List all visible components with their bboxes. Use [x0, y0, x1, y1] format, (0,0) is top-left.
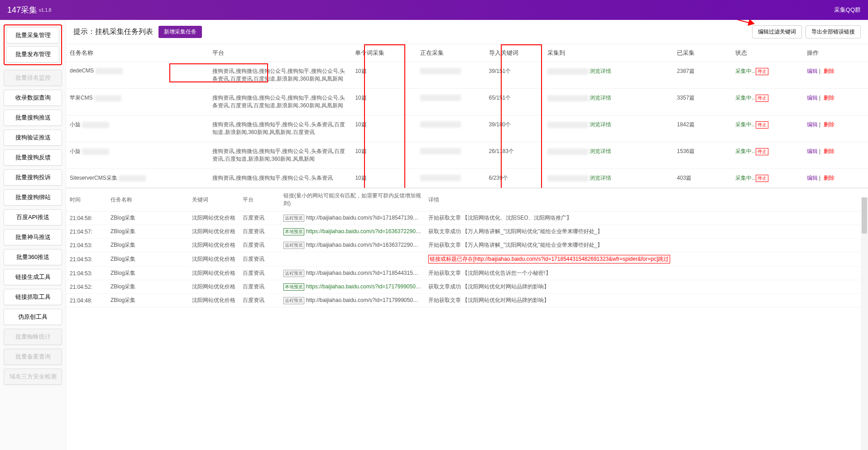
detail-link[interactable]: 浏览详情 [590, 68, 611, 74]
stop-button[interactable]: 停止 [756, 95, 768, 102]
sidebar-item-11[interactable]: 链接抓取工具 [4, 289, 62, 305]
edit-button[interactable]: 编辑 [807, 95, 818, 101]
task-row: 苹果CMS 搜狗资讯,搜狗微信,搜狗公众号,搜狗知乎,搜狗公众号,头条资讯,百度… [66, 89, 868, 115]
log-keyword: 沈阳网站优化价格 [188, 294, 239, 307]
sidebar-item-6[interactable]: 批量搜狗绑站 [4, 189, 62, 206]
delete-button[interactable]: 删除 [824, 121, 834, 128]
filter-keywords-button[interactable]: 编辑过滤关键词 [752, 25, 802, 38]
log-task: ZBlog采集 [107, 239, 188, 252]
sidebar-item-collect-manage[interactable]: 批量采集管理 [6, 27, 59, 43]
detail-link[interactable]: 浏览详情 [590, 148, 611, 154]
task-single: 10篇 [351, 89, 416, 115]
remote-tag[interactable]: 远程预览 [283, 242, 304, 249]
task-single: 10篇 [351, 142, 416, 169]
task-collected: 1536篇 [673, 142, 732, 169]
log-scrollbar[interactable] [861, 197, 868, 450]
task-header-5: 采集到 [544, 44, 674, 62]
log-keyword: 沈阳网站优化价格 [188, 211, 239, 225]
log-time: 21:04:58: [66, 211, 107, 225]
task-collected: 1842篇 [673, 115, 732, 142]
stop-button[interactable]: 停止 [756, 175, 768, 182]
edit-button[interactable]: 编辑 [807, 68, 818, 74]
delete-button[interactable]: 删除 [824, 95, 834, 101]
remote-tag[interactable]: 远程预览 [283, 270, 304, 277]
task-row: 小旋 搜狗资讯,搜狗微信,搜狗知乎,搜狗公众号,头条资讯,百度资讯,百度知道,新… [66, 142, 868, 169]
log-link [280, 252, 425, 267]
task-name: SiteserverCMS采集 [66, 169, 209, 188]
delete-button[interactable]: 删除 [824, 175, 834, 181]
sidebar-item-10[interactable]: 链接生成工具 [4, 269, 62, 285]
sidebar-item-15: 域名三方安全检测 [4, 369, 62, 385]
log-header-2: 关键词 [188, 188, 239, 211]
task-target: 浏览详情 [544, 62, 674, 89]
log-time: 21:04:53: [66, 252, 107, 267]
log-task: ZBlog采集 [107, 211, 188, 225]
local-tag[interactable]: 本地预览 [283, 283, 304, 291]
task-header-8: 操作 [803, 44, 868, 62]
task-collected: 2387篇 [673, 62, 732, 89]
log-row: 21:04:48:ZBlog采集沈阳网站优化价格百度资讯远程预览http://b… [66, 294, 868, 307]
sidebar-item-9[interactable]: 批量360推送 [4, 249, 62, 265]
task-status: 采集中..停止 [732, 89, 803, 115]
sidebar-item-1[interactable]: 收录数据查询 [4, 90, 62, 106]
log-platform: 百度资讯 [239, 211, 280, 225]
edit-button[interactable]: 编辑 [807, 121, 818, 128]
sidebar-item-13: 批量蜘蛛统计 [4, 329, 62, 345]
sidebar-item-publish-manage[interactable]: 批量发布管理 [6, 46, 59, 62]
task-platform: 搜狗资讯,搜狗微信,搜狗公众号,搜狗知乎,搜狗公众号,头条资讯,百度资讯,百度知… [209, 62, 351, 89]
log-detail: 开始获取文章 【沈阳网络优化、沈阳SEO、沈阳网络推广】 [425, 211, 868, 225]
log-table: 时间任务名称关键词平台链接(量小的网站可能没有匹配，如需要可群内反馈增加规则)详… [66, 188, 868, 307]
task-actions: 编辑 | 删除 [803, 169, 868, 188]
sidebar-item-2[interactable]: 批量搜狗推送 [4, 110, 62, 126]
log-keyword: 沈阳网站优化价格 [188, 225, 239, 239]
stop-button[interactable]: 停止 [756, 148, 768, 155]
sidebar-item-12[interactable]: 伪原创工具 [4, 309, 62, 325]
app-title: 147采集 [7, 5, 37, 15]
stop-button[interactable]: 停止 [756, 68, 768, 75]
qq-group-link[interactable]: 采集QQ群 [834, 6, 861, 14]
task-single: 10篇 [351, 115, 416, 142]
stop-button[interactable]: 停止 [756, 121, 768, 129]
log-panel: 时间任务名称关键词平台链接(量小的网站可能没有匹配，如需要可群内反馈增加规则)详… [66, 188, 868, 450]
edit-button[interactable]: 编辑 [807, 148, 818, 154]
task-target: 浏览详情 [544, 89, 674, 115]
sidebar-item-5[interactable]: 批量搜狗投诉 [4, 169, 62, 186]
delete-button[interactable]: 删除 [824, 148, 834, 154]
task-name: 小旋 [66, 115, 209, 142]
delete-button[interactable]: 删除 [824, 68, 834, 74]
task-collected: 3357篇 [673, 89, 732, 115]
log-task: ZBlog采集 [107, 294, 188, 307]
log-task: ZBlog采集 [107, 267, 188, 280]
export-errors-button[interactable]: 导出全部错误链接 [806, 25, 861, 38]
sidebar-item-14: 批量备案查询 [4, 349, 62, 365]
remote-tag[interactable]: 远程预览 [283, 215, 304, 222]
log-time: 21:04:48: [66, 294, 107, 307]
task-header-1: 平台 [209, 44, 351, 62]
sidebar-highlight-box: 批量采集管理 批量发布管理 [4, 24, 62, 65]
app-header: 147采集 v1.1.8 采集QQ群 [0, 0, 868, 20]
log-link: 远程预览http://baijiahao.baidu.com/s?id=1717… [280, 294, 425, 307]
detail-link[interactable]: 浏览详情 [590, 175, 611, 181]
log-row: 21:04:52:ZBlog采集沈阳网站优化价格百度资讯本地预览https://… [66, 280, 868, 294]
new-task-button[interactable]: 新增采集任务 [158, 26, 202, 38]
log-task: ZBlog采集 [107, 225, 188, 239]
edit-button[interactable]: 编辑 [807, 175, 818, 181]
sidebar-item-3[interactable]: 搜狗验证推送 [4, 129, 62, 146]
sidebar-item-7[interactable]: 百度API推送 [4, 209, 62, 225]
sidebar-item-4[interactable]: 批量搜狗反馈 [4, 149, 62, 166]
log-header-5: 详情 [425, 188, 868, 211]
detail-link[interactable]: 浏览详情 [590, 121, 611, 128]
app-version: v1.1.8 [39, 8, 51, 13]
remote-tag[interactable]: 远程预览 [283, 297, 304, 304]
page-hint: 提示：挂机采集任务列表 [73, 27, 153, 37]
log-row: 21:04:57:ZBlog采集沈阳网站优化价格百度资讯本地预览https://… [66, 225, 868, 239]
task-collecting [417, 142, 485, 169]
log-row: 21:04:53:ZBlog采集沈阳网站优化价格百度资讯链接或标题已存在[htt… [66, 252, 868, 267]
sidebar-item-8[interactable]: 批量神马推送 [4, 229, 62, 245]
task-actions: 编辑 | 删除 [803, 62, 868, 89]
task-keywords: 39/180个 [485, 115, 544, 142]
local-tag[interactable]: 本地预览 [283, 228, 304, 235]
log-detail: 开始获取文章 【万人网络讲解_"沈阳网站优化"能给企业带来哪些好处_】 [425, 239, 868, 252]
detail-link[interactable]: 浏览详情 [590, 95, 611, 101]
log-link: 远程预览http://baijiahao.baidu.com/s?id=1718… [280, 267, 425, 280]
